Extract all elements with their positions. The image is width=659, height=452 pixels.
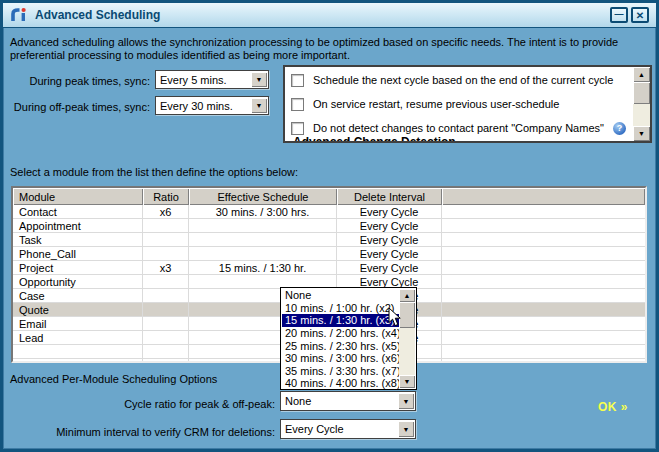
scroll-down-icon[interactable]: ▼ (399, 375, 415, 388)
app-logo-icon (10, 7, 28, 23)
column-header-ratio[interactable]: Ratio (143, 188, 189, 205)
dropdown-item-none[interactable]: None (282, 289, 399, 302)
column-header-empty[interactable] (442, 188, 645, 205)
scrollbar-thumb[interactable] (633, 82, 650, 104)
cycle-ratio-label: Cycle ratio for peak & off-peak: (0, 398, 275, 410)
cell-module: Phone_Call (13, 247, 143, 260)
cell-ratio: x3 (143, 261, 189, 274)
chevron-down-icon[interactable]: ▼ (251, 72, 267, 87)
cycle-ratio-combobox[interactable]: None ▼ (280, 391, 416, 411)
options-scrollbar[interactable]: ▲ ▼ (633, 67, 650, 141)
cell-ratio (143, 233, 189, 246)
cell-empty (442, 219, 645, 232)
option-row-service-restart[interactable]: On service restart, resume previous user… (291, 97, 559, 111)
offpeak-sync-label: During off-peak times, sync: (0, 101, 150, 113)
cell-empty (442, 247, 645, 260)
scroll-up-icon[interactable]: ▲ (633, 67, 650, 82)
minimize-button[interactable]: — (610, 7, 628, 23)
dropdown-item-x7[interactable]: 35 mins. / 3:30 hrs. (x7) (282, 365, 399, 378)
cell-empty (442, 303, 645, 316)
ok-button[interactable]: OK » (598, 400, 628, 414)
dropdown-item-x8[interactable]: 40 mins. / 4:00 hrs. (x8) (282, 377, 399, 390)
scroll-up-glyph: ▲ (404, 292, 411, 299)
dropdown-item-x5[interactable]: 25 mins. / 2:30 hrs. (x5) (282, 339, 399, 352)
per-module-options-heading: Advanced Per-Module Scheduling Options (10, 373, 217, 385)
column-header-module[interactable]: Module (13, 188, 143, 205)
combo-arrow-glyph: ▼ (256, 76, 263, 83)
delete-interval-value: Every Cycle (285, 420, 397, 438)
delete-interval-combobox[interactable]: Every Cycle ▼ (280, 419, 416, 439)
dropdown-item-x6[interactable]: 30 mins. / 3:00 hrs. (x6) (282, 352, 399, 365)
clipped-section-heading: Advanced Change Detection (293, 135, 456, 143)
titlebar[interactable]: Advanced Scheduling — ✕ (3, 3, 656, 28)
cell-module: Contact (13, 205, 143, 218)
option-row-schedule-next-cycle[interactable]: Schedule the next cycle based on the end… (291, 73, 613, 87)
cell-schedule: 15 mins. / 1:30 hr. (189, 261, 337, 274)
cell-ratio (143, 345, 189, 358)
dropdown-item-x2[interactable]: 10 mins. / 1:00 hr. (x2) (282, 302, 399, 315)
peak-sync-value: Every 5 mins. (160, 71, 250, 88)
checkbox-label[interactable]: On service restart, resume previous user… (313, 98, 559, 110)
cell-module (13, 359, 143, 363)
cell-schedule (189, 247, 337, 260)
column-header-effective-schedule[interactable]: Effective Schedule (189, 188, 337, 205)
dropdown-item-x3-highlighted[interactable]: 15 mins. / 1:30 hr. (x3) (282, 314, 399, 327)
offpeak-sync-value: Every 30 mins. (160, 97, 250, 114)
scroll-up-glyph: ▲ (638, 71, 645, 78)
combo-arrow-glyph: ▼ (403, 398, 410, 405)
scroll-down-icon[interactable]: ▼ (633, 126, 650, 141)
table-row-task[interactable]: Task Every Cycle (13, 233, 645, 247)
cell-module: Task (13, 233, 143, 246)
option-row-no-detect-changes[interactable]: Do not detect changes to contact parent … (291, 121, 626, 135)
mouse-cursor (388, 307, 402, 328)
table-row-phone-call[interactable]: Phone_Call Every Cycle (13, 247, 645, 261)
close-button[interactable]: ✕ (631, 7, 649, 23)
cell-schedule (189, 233, 337, 246)
help-glyph: ? (617, 123, 623, 133)
cell-module: Case (13, 289, 143, 302)
table-row-contact[interactable]: Contact x6 30 mins. / 3:00 hrs. Every Cy… (13, 205, 645, 219)
checkbox-no-detect-changes[interactable] (291, 122, 304, 135)
cell-ratio (143, 219, 189, 232)
cell-ratio (143, 289, 189, 302)
cell-ratio (143, 247, 189, 260)
close-icon: ✕ (636, 10, 644, 21)
cell-empty (442, 261, 645, 274)
chevron-down-icon[interactable]: ▼ (251, 98, 267, 113)
cell-ratio: x6 (143, 205, 189, 218)
options-scroll-area: Schedule the next cycle based on the end… (283, 65, 652, 143)
cell-empty (442, 345, 645, 358)
combo-arrow-glyph: ▼ (403, 426, 410, 433)
table-row-project[interactable]: Project x3 15 mins. / 1:30 hr. Every Cyc… (13, 261, 645, 275)
help-icon[interactable]: ? (613, 122, 626, 135)
dropdown-item-x4[interactable]: 20 mins. / 2:00 hrs. (x4) (282, 327, 399, 340)
cell-empty (442, 205, 645, 218)
dropdown-scrollbar[interactable]: ▲ ▼ (399, 289, 415, 388)
checkbox-service-restart[interactable] (291, 98, 304, 111)
chevron-down-icon[interactable]: ▼ (398, 393, 414, 409)
cell-empty (442, 317, 645, 330)
column-header-delete-interval[interactable]: Delete Interval (337, 188, 442, 205)
checkbox-label[interactable]: Schedule the next cycle based on the end… (313, 74, 613, 86)
window-title: Advanced Scheduling (35, 8, 160, 22)
cell-empty (442, 331, 645, 344)
checkbox-schedule-next-cycle[interactable] (291, 74, 304, 87)
cycle-ratio-dropdown-list: None 10 mins. / 1:00 hr. (x2) 15 mins. /… (280, 287, 417, 390)
cell-module: Opportunity (13, 275, 143, 288)
module-table-instruction: Select a module from the list then defin… (10, 166, 298, 178)
cell-delete-interval: Every Cycle (337, 219, 442, 232)
offpeak-sync-combobox[interactable]: Every 30 mins. ▼ (155, 96, 269, 115)
advanced-scheduling-dialog: Advanced Scheduling — ✕ Advanced schedul… (0, 0, 659, 452)
table-header-row: Module Ratio Effective Schedule Delete I… (13, 188, 645, 205)
table-row-appointment[interactable]: Appointment Every Cycle (13, 219, 645, 233)
scroll-down-glyph: ▼ (638, 130, 645, 137)
chevron-down-icon[interactable]: ▼ (398, 421, 414, 437)
cell-delete-interval: Every Cycle (337, 205, 442, 218)
cell-empty (442, 359, 645, 363)
description-text: Advanced scheduling allows the synchroni… (10, 36, 638, 62)
checkbox-label[interactable]: Do not detect changes to contact parent … (313, 122, 604, 134)
cell-module: Appointment (13, 219, 143, 232)
combo-arrow-glyph: ▼ (256, 102, 263, 109)
scroll-up-icon[interactable]: ▲ (399, 289, 415, 302)
peak-sync-combobox[interactable]: Every 5 mins. ▼ (155, 70, 269, 89)
